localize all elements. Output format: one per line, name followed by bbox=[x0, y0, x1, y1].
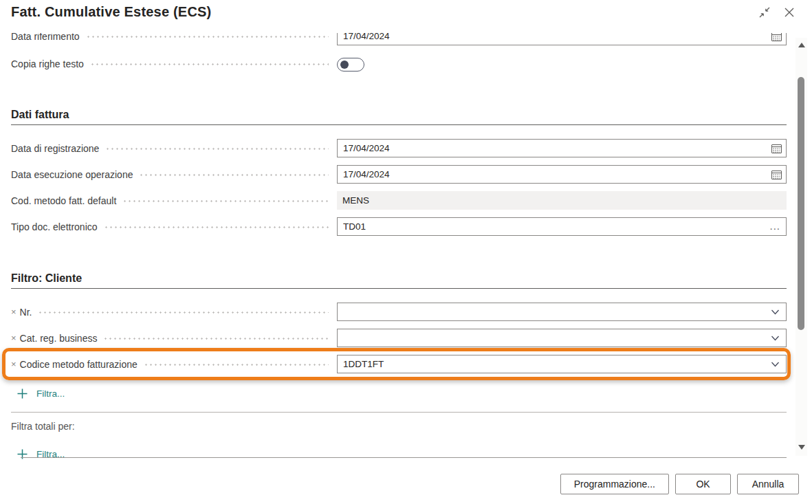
filter-row-codice-metodo-fatturazione: × Codice metodo fatturazione bbox=[11, 355, 787, 373]
nr-filter-input[interactable] bbox=[337, 303, 787, 321]
dotted-leader bbox=[90, 63, 329, 65]
readonly-field bbox=[337, 191, 787, 210]
field-row-data-di-registrazione: Data di registrazione bbox=[11, 139, 787, 157]
cod-metodo-fatt-default-value bbox=[337, 191, 787, 210]
collapse-dialog-button[interactable] bbox=[758, 6, 771, 19]
filter-row-nr: × Nr. bbox=[11, 303, 787, 321]
tipo-doc-elettronico-input[interactable] bbox=[337, 217, 787, 236]
remove-filter-icon[interactable]: × bbox=[11, 360, 17, 369]
window-controls bbox=[758, 6, 796, 19]
date-field-data-riferimento bbox=[337, 33, 787, 45]
dotted-leader bbox=[86, 36, 329, 38]
section-heading-dati-fattura: Dati fattura bbox=[11, 107, 787, 125]
dropdown-field bbox=[337, 329, 787, 347]
page-title: Fatt. Cumulative Estese (ECS) bbox=[11, 4, 211, 20]
codice-metodo-fatturazione-filter-input[interactable] bbox=[337, 355, 787, 373]
assist-edit-icon[interactable]: ... bbox=[769, 221, 780, 231]
filter-label: Cat. reg. business bbox=[20, 333, 98, 344]
data-esecuzione-operazione-input[interactable] bbox=[337, 165, 787, 184]
toggle-knob bbox=[340, 61, 349, 69]
calendar-icon[interactable] bbox=[771, 170, 782, 179]
field-label: Copia righe testo bbox=[11, 58, 84, 69]
dropdown-field bbox=[337, 355, 787, 373]
field-row-cod-metodo-fatt-default: Cod. metodo fatt. default bbox=[11, 191, 787, 210]
cat-reg-business-filter-input[interactable] bbox=[337, 329, 787, 347]
field-label: Data esecuzione operazione bbox=[11, 169, 133, 180]
date-field bbox=[337, 165, 787, 184]
field-label: Cod. metodo fatt. default bbox=[11, 195, 116, 206]
chevron-down-icon[interactable] bbox=[771, 309, 780, 315]
field-label: Tipo doc. elettronico bbox=[11, 221, 98, 232]
dotted-leader bbox=[105, 148, 329, 150]
filter-label: Nr. bbox=[20, 307, 32, 318]
assist-edit-field: ... bbox=[337, 217, 787, 236]
scrollbar-thumb[interactable] bbox=[798, 77, 804, 330]
dotted-leader bbox=[139, 174, 329, 176]
filtra-totali-heading: Filtra totali per: bbox=[11, 421, 75, 432]
add-filter-button-cliente[interactable]: Filtra... bbox=[17, 387, 65, 399]
copia-righe-testo-toggle[interactable] bbox=[337, 58, 364, 72]
footer-actions: Programmazione... OK Annulla bbox=[560, 474, 799, 494]
field-row-data-esecuzione-operazione: Data esecuzione operazione bbox=[11, 165, 787, 184]
dotted-leader bbox=[38, 311, 329, 314]
dropdown-field bbox=[337, 303, 787, 321]
date-field bbox=[337, 139, 787, 157]
close-icon bbox=[784, 7, 795, 18]
remove-filter-icon[interactable]: × bbox=[11, 307, 17, 316]
add-filter-label: Filtra... bbox=[36, 388, 65, 399]
filter-label: Codice metodo fatturazione bbox=[20, 359, 138, 370]
field-label: Data riferimento bbox=[11, 33, 80, 42]
remove-filter-icon[interactable]: × bbox=[11, 333, 17, 342]
dialog-content: Data riferimento Copia righe testo bbox=[0, 33, 812, 465]
dotted-leader bbox=[144, 364, 329, 366]
data-riferimento-input[interactable] bbox=[337, 33, 787, 45]
field-row-tipo-doc-elettronico: Tipo doc. elettronico ... bbox=[11, 217, 787, 236]
dotted-leader bbox=[104, 226, 329, 228]
scroll-up-button[interactable] bbox=[798, 43, 805, 47]
data-di-registrazione-input[interactable] bbox=[337, 139, 787, 157]
field-row-data-riferimento: Data riferimento bbox=[11, 33, 787, 45]
toggle-field bbox=[337, 54, 787, 73]
dotted-leader bbox=[103, 338, 329, 340]
close-button[interactable] bbox=[782, 6, 796, 19]
chevron-down-icon[interactable] bbox=[771, 335, 780, 341]
dialog-fatt-cumulative-estese: Fatt. Cumulative Estese (ECS) Data rifer… bbox=[0, 0, 812, 504]
scrollbar[interactable] bbox=[795, 38, 807, 456]
dotted-leader bbox=[122, 200, 329, 202]
filter-row-underline bbox=[21, 457, 787, 458]
annulla-button[interactable]: Annulla bbox=[737, 474, 799, 494]
ok-button[interactable]: OK bbox=[675, 474, 731, 494]
field-row-copia-righe-testo: Copia righe testo bbox=[11, 54, 787, 73]
calendar-icon[interactable] bbox=[771, 144, 782, 153]
add-filter-button-totali[interactable]: Filtra... bbox=[17, 448, 65, 460]
section-heading-filtro-cliente: Filtro: Cliente bbox=[11, 271, 787, 289]
field-label: Data di registrazione bbox=[11, 143, 99, 154]
programmazione-button[interactable]: Programmazione... bbox=[560, 474, 669, 494]
plus-icon bbox=[17, 388, 28, 399]
section-divider bbox=[11, 412, 787, 413]
filter-row-cat-reg-business: × Cat. reg. business bbox=[11, 329, 787, 347]
collapse-dialog-icon bbox=[759, 7, 770, 18]
scroll-down-button[interactable] bbox=[798, 445, 805, 450]
chevron-down-icon[interactable] bbox=[771, 361, 780, 367]
calendar-icon[interactable] bbox=[771, 33, 782, 41]
